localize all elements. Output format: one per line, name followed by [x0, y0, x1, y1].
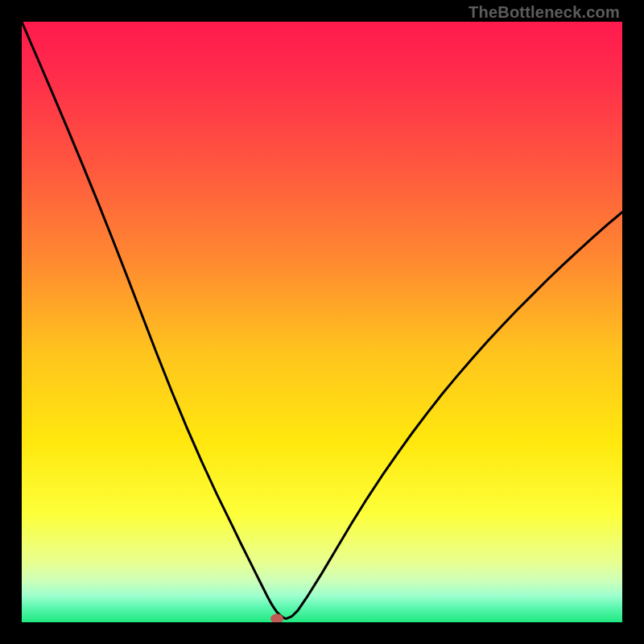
chart-frame: TheBottleneck.com: [0, 0, 644, 644]
chart-gradient-bg: [22, 22, 622, 622]
bottleneck-curve-chart: [22, 22, 622, 622]
watermark-text: TheBottleneck.com: [469, 3, 620, 22]
